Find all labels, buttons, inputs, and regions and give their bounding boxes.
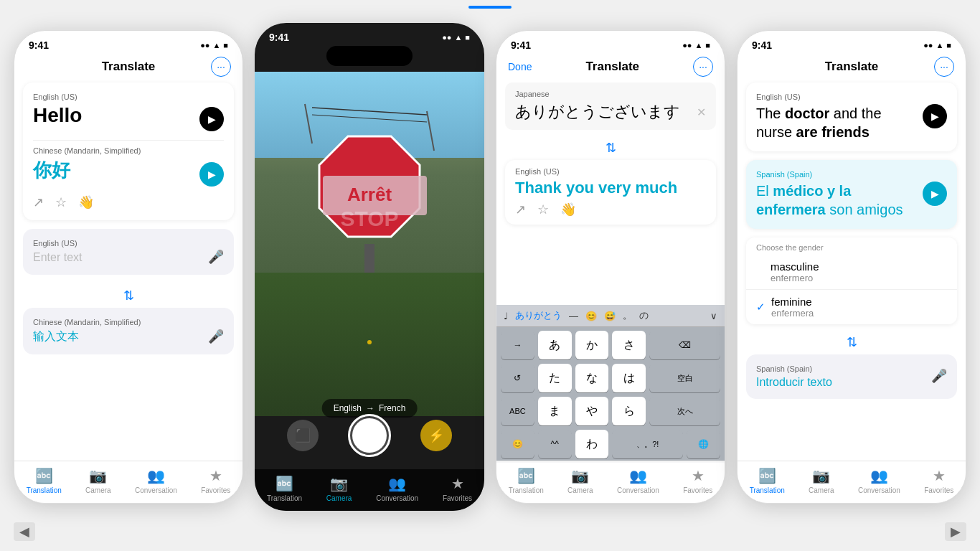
shutter-button[interactable] [348,414,391,457]
fav-tab-icon-2: ★ [451,475,464,492]
mic-icon-2[interactable]: 🎤 [208,329,224,344]
more-icon-1[interactable]: ··· [211,57,231,77]
more-icon-4[interactable]: ··· [934,57,954,77]
tab-conv-3[interactable]: 👥 Conversation [617,467,659,494]
mic-icon-4[interactable]: 🎤 [931,368,947,384]
translation-tab-icon: 🔤 [35,467,53,484]
tab-translation-1[interactable]: 🔤 Translation [27,467,62,494]
tab-fav-2[interactable]: ★ Favorites [443,475,472,502]
battery-icon-2: ■ [465,33,470,42]
star-icon-3[interactable]: ☆ [537,202,549,217]
key-sa[interactable]: さ [612,331,646,359]
tab-fav-4[interactable]: ★ Favorites [924,467,953,494]
play-teal-4[interactable]: ▶ [923,182,947,206]
toolbar-no: の [639,309,649,322]
done-button[interactable]: Done [508,61,532,72]
input-card-1[interactable]: English (US) Enter text 🎤 [23,229,234,275]
input-card-2[interactable]: Chinese (Mandarin, Simplified) 输入文本 🎤 [23,308,234,354]
top-indicator [468,6,512,9]
toolbar-emoji1[interactable]: 😊 [585,311,597,321]
trans-divider-4: ⇅ [738,330,966,354]
key-arrow[interactable]: → [501,331,534,359]
source-lang-4: English (US) [756,93,947,101]
key-na[interactable]: な [575,364,609,392]
key-globe[interactable]: 🌐 [687,430,720,458]
right-arrow[interactable]: ▶ [945,522,966,541]
key-ya[interactable]: や [575,397,609,425]
page-title-1: Translate [102,60,156,74]
key-abc[interactable]: ABC [501,397,534,425]
key-ha[interactable]: は [612,364,646,392]
lang-from: English [334,403,362,413]
input-placeholder-1: Enter text [33,251,82,264]
resize-icon-3[interactable]: ↗ [515,202,526,217]
tab-trans-4[interactable]: 🔤 Translation [750,467,785,494]
phone-3: 9:41 ●● ▲ ■ Done Translate ··· Japanese … [496,30,725,504]
tab-cam-3[interactable]: 📷 Camera [567,467,593,494]
gender-feminine[interactable]: ✓ feminine enfermera [746,290,957,324]
tab-conversation-1[interactable]: 👥 Conversation [135,467,177,494]
mic-icon-1[interactable]: 🎤 [208,249,224,265]
conv-icon-3: 👥 [629,467,647,484]
hand-icon-1[interactable]: 👋 [78,194,94,210]
gender-masculine[interactable]: masculine enfermero [746,255,957,290]
toolbar-suggestion[interactable]: ありがとう [515,309,562,322]
focus-indicator [367,340,372,344]
key-punct[interactable]: 、。?! [612,430,683,458]
tab-label-trans-2: Translation [267,494,302,502]
trans-lang-3: English (US) [515,167,706,176]
feminine-row: ✓ feminine enfermera [756,296,947,319]
star-icon-1[interactable]: ☆ [55,194,67,210]
resize-icon[interactable]: ↗ [33,194,44,210]
input-card-4[interactable]: Spanish (Spain) Introducir texto 🎤 [746,354,957,399]
key-next[interactable]: 次へ [649,397,720,425]
dynamic-island [326,46,413,66]
more-icon-3[interactable]: ··· [693,57,713,77]
tab-camera-2[interactable]: 📷 Camera [326,475,352,502]
left-arrow[interactable]: ◀ [14,522,35,541]
keyboard-row-1: → あ か さ ⌫ [496,327,725,362]
key-ta[interactable]: た [538,364,572,392]
key-ma[interactable]: ま [538,397,572,425]
toolbar-period: 。 [623,309,632,322]
time-3: 9:41 [511,39,531,51]
input-lang-1: English (US) [33,239,224,248]
trans-card-1: English (US) Hello ▶ Chinese (Mandarin, … [23,83,234,220]
toolbar-expand[interactable]: ∨ [710,311,717,321]
play-button-1[interactable]: ▶ [199,107,224,131]
tab-label-conv-3: Conversation [617,486,659,494]
play-btn-4[interactable]: ▶ [923,104,947,128]
key-delete[interactable]: ⌫ [649,331,720,359]
page-title-3: Translate [585,60,639,74]
key-emoji[interactable]: 😊 [501,430,534,458]
key-ra[interactable]: ら [612,397,646,425]
toolbar-emoji2[interactable]: 😅 [604,311,616,321]
key-double[interactable]: ^^ [538,430,572,458]
clear-icon-3[interactable]: ✕ [697,105,706,119]
key-a[interactable]: あ [538,331,572,359]
tab-trans-3[interactable]: 🔤 Translation [509,467,544,494]
key-wa[interactable]: わ [575,430,609,458]
camera-controls: ⬛ ⚡ [255,414,484,457]
key-space[interactable]: 空白 [649,364,720,392]
tab-fav-3[interactable]: ★ Favorites [683,467,712,494]
status-icons-3: ●● ▲ ■ [682,41,710,50]
gender-header: Choose the gender [746,237,957,255]
input-placeholder-4: Introducir texto [756,376,832,388]
flash-icon[interactable]: ⚡ [420,420,452,451]
tab-translation-2[interactable]: 🔤 Translation [267,475,302,502]
input-lang-label-4: Spanish (Spain) [756,364,832,373]
tab-favorites-1[interactable]: ★ Favorites [201,467,230,494]
nav-bar-4: Translate ··· [738,54,966,83]
play-teal-1[interactable]: ▶ [199,162,224,187]
tab-conv-4[interactable]: 👥 Conversation [858,467,900,494]
hand-icon-3[interactable]: 👋 [560,202,576,217]
feminine-checkmark: ✓ [756,301,765,314]
tab-camera-1[interactable]: 📷 Camera [85,467,111,494]
tab-cam-4[interactable]: 📷 Camera [809,467,834,494]
tab-convo-2[interactable]: 👥 Conversation [376,475,418,502]
gallery-icon[interactable]: ⬛ [287,420,319,451]
feminine-label: feminine [771,296,814,308]
key-undo[interactable]: ↺ [501,364,534,392]
key-ka[interactable]: か [575,331,609,359]
